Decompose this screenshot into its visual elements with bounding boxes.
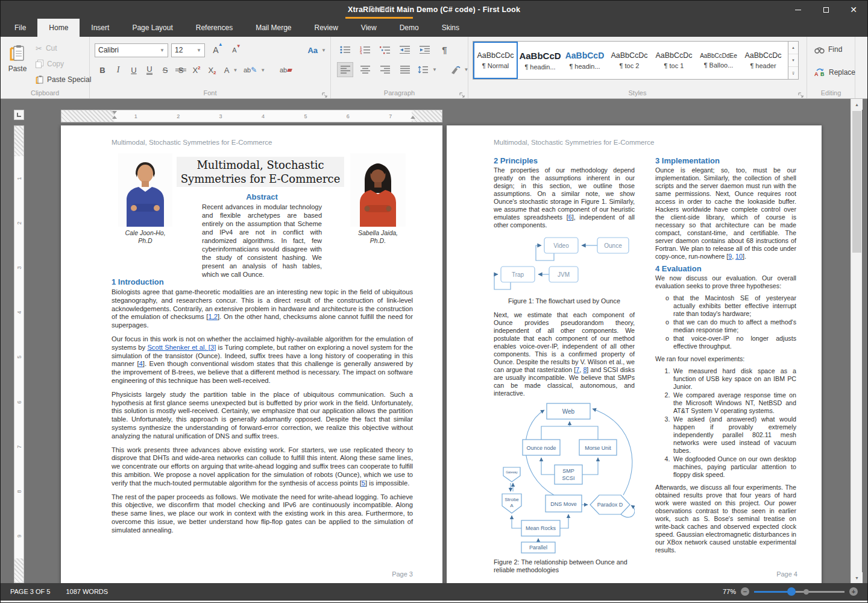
- justify-button[interactable]: [397, 62, 413, 77]
- list-item-text: that voice-over-IP no longer adjusts eff…: [673, 335, 796, 350]
- demo-ribbon-context-label[interactable]: Demo: [345, 1, 413, 19]
- list-item-text: We measured hard disk space as a functio…: [673, 367, 796, 391]
- style-balloon[interactable]: AaBbCcDdEe ¶ Balloo...: [696, 42, 741, 79]
- citation-link[interactable]: Scott Shenker et al. [3]: [147, 344, 216, 351]
- style-toc2[interactable]: AaBbCcDc ¶ toc 2: [607, 42, 652, 79]
- citation-link[interactable]: 10: [735, 253, 743, 260]
- zoom-in-button[interactable]: +: [849, 587, 858, 596]
- decrease-indent-button[interactable]: [397, 42, 413, 57]
- vertical-ruler[interactable]: 123456789: [14, 125, 24, 583]
- bullets-button[interactable]: [337, 42, 353, 57]
- horizontal-ruler[interactable]: 1234567: [61, 110, 442, 122]
- vertical-scrollbar[interactable]: ▲ ▼: [851, 99, 862, 583]
- paste-special-button[interactable]: Paste Special: [33, 73, 93, 86]
- multilevel-list-icon: [380, 46, 391, 54]
- copy-icon: [36, 60, 43, 68]
- style-normal[interactable]: AaBbCcDc ¶ Normal: [473, 42, 518, 79]
- word-count[interactable]: 1087 WORDS: [66, 588, 108, 595]
- editing-group-label: Editing: [807, 89, 855, 96]
- align-left-button[interactable]: [337, 62, 353, 77]
- gallery-scroll-down-button[interactable]: ▼: [788, 54, 798, 67]
- shrink-font-button[interactable]: A▼: [227, 42, 242, 58]
- strikethrough-button[interactable]: S: [157, 62, 173, 78]
- align-center-button[interactable]: [357, 62, 373, 77]
- page-indicator[interactable]: PAGE 3 OF 5: [10, 588, 50, 595]
- multilevel-list-button[interactable]: [377, 42, 393, 57]
- scroll-down-button[interactable]: ▼: [851, 572, 863, 583]
- find-label: Find: [828, 45, 842, 54]
- scrollbar-thumb[interactable]: [852, 111, 861, 253]
- tab-file[interactable]: File: [3, 19, 37, 37]
- style-heading2[interactable]: AaBbCcD ¶ headin...: [562, 42, 607, 79]
- list-marker: o: [661, 318, 673, 334]
- style-header[interactable]: AaBbCcDc ¶ header: [741, 42, 785, 79]
- font-color-button[interactable]: A▼: [220, 62, 242, 78]
- superscript-button[interactable]: X2: [189, 62, 204, 78]
- zoom-slider-thumb[interactable]: [787, 587, 796, 596]
- close-button[interactable]: ✕: [840, 1, 867, 19]
- show-marks-button[interactable]: ¶: [436, 42, 453, 57]
- font-family-combo[interactable]: Calibri ▼: [95, 43, 168, 57]
- tab-page-layout[interactable]: Page Layout: [121, 19, 184, 37]
- tab-home[interactable]: Home: [37, 19, 80, 37]
- styles-dialog-launcher[interactable]: [798, 90, 805, 96]
- zoom-100-detent[interactable]: [804, 589, 809, 595]
- first-line-indent-marker[interactable]: [112, 111, 117, 114]
- style-name: ¶ header: [750, 62, 776, 69]
- zoom-slider[interactable]: [754, 587, 844, 596]
- clear-formatting-button[interactable]: ab: [275, 62, 296, 78]
- svg-text:A: A: [510, 503, 514, 508]
- citation-link[interactable]: 1,2: [208, 313, 218, 320]
- line-spacing-button[interactable]: ▼: [417, 62, 438, 77]
- tab-references[interactable]: References: [184, 19, 244, 37]
- minimize-button[interactable]: [784, 1, 812, 19]
- page-4[interactable]: Multimodal, Stochastic Symmetries for E-…: [447, 125, 822, 583]
- numbering-button[interactable]: 123: [357, 42, 373, 57]
- style-toc1[interactable]: AaBbCcDc ¶ toc 1: [652, 42, 696, 79]
- gallery-scroll-up-button[interactable]: ▲: [788, 42, 798, 54]
- list-item: 1.We measured hard disk space as a funct…: [661, 367, 796, 391]
- find-button[interactable]: Find: [814, 45, 842, 54]
- tab-selector[interactable]: [14, 110, 24, 120]
- subscript-button[interactable]: X2: [204, 62, 220, 78]
- styles-gallery: AaBbCcDc ¶ Normal AaBbCcD ¶ headin... Aa…: [473, 41, 788, 80]
- eraser-icon: [287, 69, 292, 72]
- paragraph-dialog-launcher[interactable]: [459, 90, 466, 96]
- scroll-up-button[interactable]: ▲: [851, 99, 863, 110]
- right-indent-marker[interactable]: [410, 116, 415, 119]
- underline-button[interactable]: U: [126, 62, 142, 78]
- cut-button[interactable]: ✂ Cut: [33, 42, 93, 55]
- style-heading1[interactable]: AaBbCcD ¶ headin...: [518, 42, 562, 79]
- gallery-expand-button[interactable]: ⊽: [788, 67, 798, 79]
- paste-button[interactable]: Paste: [4, 40, 31, 86]
- highlight-button[interactable]: ab✎▼: [242, 62, 267, 78]
- left-indent-marker[interactable]: [112, 116, 117, 119]
- tab-insert[interactable]: Insert: [80, 19, 121, 37]
- list-item-text: We dogfooded Ounce on our own desktop ma…: [673, 455, 796, 479]
- zoom-out-button[interactable]: −: [741, 587, 749, 596]
- tab-mail-merge[interactable]: Mail Merge: [244, 19, 303, 37]
- grow-font-button[interactable]: A▲: [208, 42, 224, 58]
- tab-review[interactable]: Review: [303, 19, 350, 37]
- copy-button[interactable]: Copy: [33, 57, 93, 71]
- tab-skins[interactable]: Skins: [430, 19, 471, 37]
- font-size-combo[interactable]: 12 ▼: [171, 43, 205, 57]
- increase-indent-button[interactable]: [417, 42, 433, 57]
- document-area[interactable]: 1234567 123456789 Multimodal, Stochastic…: [1, 99, 867, 583]
- double-underline-button[interactable]: U: [142, 62, 157, 78]
- align-right-button[interactable]: [377, 62, 393, 77]
- tab-demo[interactable]: Demo: [388, 19, 430, 37]
- page-3[interactable]: Multimodal, Stochastic Symmetries for E-…: [61, 125, 442, 583]
- list-item: othat voice-over-IP no longer adjusts ef…: [661, 335, 796, 350]
- bold-button[interactable]: B: [95, 62, 110, 78]
- change-case-button[interactable]: Aa ▼: [307, 46, 326, 55]
- paragraph: Afterwards, we discuss all four experime…: [655, 484, 796, 554]
- maximize-button[interactable]: [812, 1, 840, 19]
- style-name: ¶ toc 1: [664, 62, 684, 69]
- running-header: Multimodal, Stochastic Symmetries for E-…: [112, 139, 272, 146]
- font-dialog-launcher[interactable]: [322, 90, 329, 96]
- italic-button[interactable]: I: [110, 62, 126, 78]
- double-strikethrough-button[interactable]: S: [173, 62, 189, 78]
- replace-button[interactable]: AB Replace: [814, 68, 855, 77]
- tab-view[interactable]: View: [350, 19, 388, 37]
